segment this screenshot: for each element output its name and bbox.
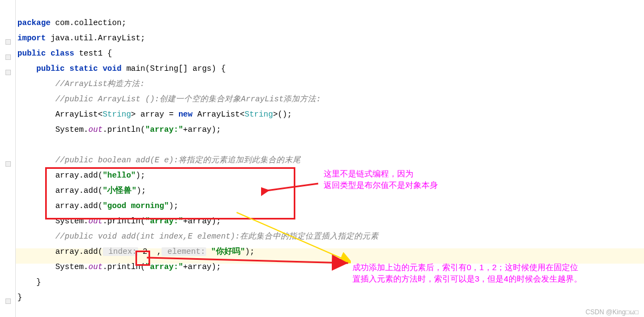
code-line: } [17,278,41,286]
param-hint: index: [103,247,138,256]
code-line: array.add( index: 2 , element: "你好吗"); [17,247,255,256]
fold-marker-icon[interactable] [5,70,11,75]
watermark: CSDN @King□ω□ [586,308,639,316]
blank-line [17,141,22,149]
annotation-1: 这里不是链式编程，因为 返回类型是布尔值不是对象本身 [324,168,438,191]
code-line: array.add("good morning"); [17,202,178,210]
annotation-2: 成功添加上边的元素后，索引有0，1，2；这时候使用在固定位 置插入元素的方法时，… [352,261,582,284]
code-line: //public ArrayList ():创建一个空的集合对象ArrayLis… [17,95,321,103]
code-area[interactable]: package com.collection; import java.util… [17,0,379,305]
code-line: System.out.println("array:"+array); [17,125,221,134]
code-line: System.out.println("array:"+array); [17,217,221,225]
code-line: import java.util.ArrayList; [17,34,145,42]
code-line: package com.collection; [17,19,126,27]
fold-marker-icon[interactable] [5,298,11,304]
code-line: ArrayList<String> array = new ArrayList<… [17,110,292,119]
code-line: public static void main(String[] args) { [17,64,226,73]
param-hint: element: [162,247,206,256]
code-line: //public boolean add(E e):将指定的元素追加到此集合的末… [17,156,301,164]
code-line: } [17,293,22,302]
code-line: //public void add(int index,E element):在… [17,232,379,241]
fold-marker-icon[interactable] [5,39,11,45]
code-line: array.add("hello"); [17,171,145,180]
fold-marker-icon[interactable] [5,54,11,60]
editor-gutter [0,0,16,317]
fold-marker-icon[interactable] [5,161,11,167]
code-line: //ArrayList构造方法: [17,80,145,88]
code-line: System.out.println("array:"+array); [17,263,221,271]
code-line: public class test1 { [17,49,112,58]
code-line: array.add("小怪兽"); [17,186,146,195]
